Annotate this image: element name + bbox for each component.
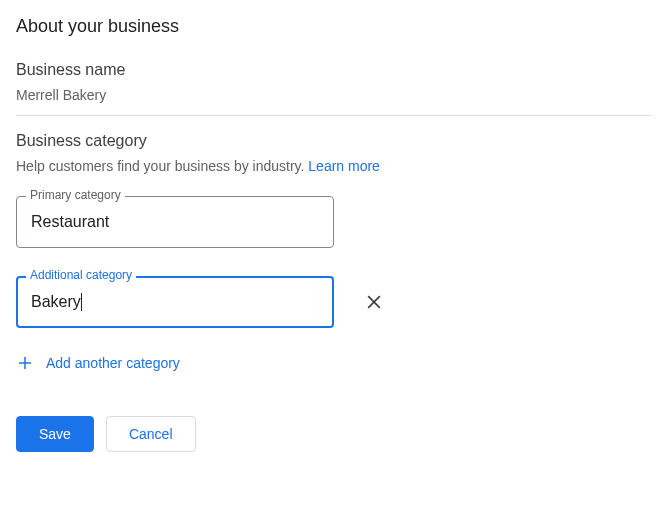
business-category-helper: Help customers find your business by ind… xyxy=(16,158,651,174)
remove-category-button[interactable] xyxy=(360,288,388,316)
text-caret xyxy=(81,293,82,311)
additional-category-label: Additional category xyxy=(26,268,136,282)
additional-category-field[interactable]: Additional category Bakery xyxy=(16,276,334,328)
save-button[interactable]: Save xyxy=(16,416,94,452)
business-category-label: Business category xyxy=(16,132,651,150)
business-category-section: Business category Help customers find yo… xyxy=(16,132,651,452)
button-row: Save Cancel xyxy=(16,416,651,452)
learn-more-link[interactable]: Learn more xyxy=(308,158,380,174)
close-icon xyxy=(364,292,384,312)
cancel-button[interactable]: Cancel xyxy=(106,416,196,452)
plus-icon xyxy=(16,354,34,372)
helper-text: Help customers find your business by ind… xyxy=(16,158,308,174)
primary-category-field[interactable]: Primary category xyxy=(16,196,334,248)
additional-category-input[interactable]: Bakery xyxy=(31,293,81,311)
business-name-label: Business name xyxy=(16,61,651,79)
primary-category-label: Primary category xyxy=(26,188,125,202)
page-title: About your business xyxy=(16,16,651,37)
add-another-label: Add another category xyxy=(46,355,180,371)
business-name-section: Business name Merrell Bakery xyxy=(16,61,651,103)
business-name-value[interactable]: Merrell Bakery xyxy=(16,87,651,103)
primary-category-input[interactable] xyxy=(31,213,319,231)
divider xyxy=(16,115,651,116)
add-another-category-button[interactable]: Add another category xyxy=(16,350,651,376)
